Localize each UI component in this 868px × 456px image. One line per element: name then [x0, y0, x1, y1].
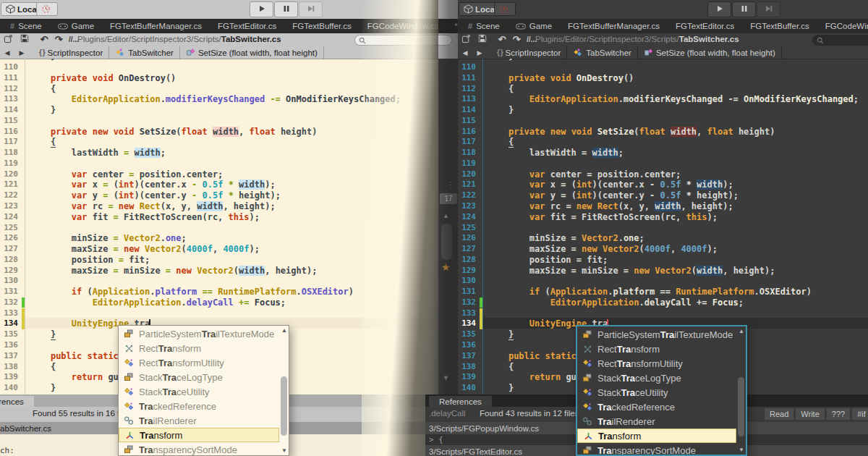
line-number: 137 [4, 351, 18, 362]
completion-label: RectTransformUtility [139, 358, 224, 368]
line-number: 137 [461, 351, 476, 362]
autocomplete-item[interactable]: RectTransform [119, 341, 279, 355]
code-segment: () [624, 73, 634, 83]
code-segment: int [119, 180, 135, 190]
line-number: 123 [4, 201, 18, 212]
code-segment: = [571, 212, 576, 222]
nav-back-button[interactable]: ◀ [458, 49, 472, 56]
tab-scene[interactable]: #Scene [2, 19, 50, 33]
pause-button[interactable] [274, 1, 298, 17]
nav-forward-button[interactable]: ▶ [14, 49, 29, 56]
filter-Write-button[interactable]: Write [796, 408, 824, 420]
undo-button[interactable]: ↶ [495, 34, 509, 45]
autocomplete-item[interactable]: RectTransformUtility [577, 356, 736, 371]
tab-fgtextbuffer-cs[interactable]: FGTextBuffer.cs [742, 19, 817, 33]
autocomplete-item[interactable]: Transform [119, 428, 279, 442]
autocomplete-item[interactable]: ParticleSystemTrailTextureMode [119, 326, 279, 341]
collab-button[interactable] [36, 2, 58, 16]
autocomplete-item[interactable]: ParticleSystemTrailTextureMode [577, 327, 736, 342]
nav-back-button[interactable]: ◀ [0, 49, 14, 56]
popup-scrollbar-thumb[interactable] [281, 376, 287, 436]
code-segment [592, 201, 597, 211]
autocomplete-popup: ParticleSystemTrailTextureModeRectTransf… [118, 325, 289, 456]
tab-fgtexteditor-cs[interactable]: FGTextEditor.cs [668, 19, 742, 33]
step-button[interactable] [299, 1, 323, 17]
tab-game[interactable]: Game [508, 19, 560, 33]
code-segment: fit [87, 212, 113, 222]
code-segment: lastWidth [488, 148, 582, 158]
popup-scrollbar-thumb[interactable] [738, 377, 744, 436]
tab-fgtextbuffer-cs[interactable]: FGTextBuffer.cs [284, 19, 359, 33]
popup-scroll-down-icon[interactable]: ▼ [739, 447, 744, 453]
step-button[interactable] [757, 1, 780, 17]
nav-forward-button[interactable]: ▶ [472, 49, 487, 56]
line-number: 135 [4, 329, 18, 340]
code-segment [545, 127, 550, 137]
redo-button[interactable]: ↷ [510, 34, 523, 45]
code-segment: } [509, 329, 514, 340]
tab-fgcodewindow-cs[interactable]: FGCodeWindow.cs [817, 19, 868, 33]
autocomplete-item[interactable]: TrailRenderer [577, 414, 736, 428]
popup-scroll-down-icon[interactable]: ▼ [281, 447, 287, 454]
code-segment: static [545, 351, 576, 361]
autocomplete-item[interactable]: TrackedReference [577, 400, 736, 414]
code-segment: Vector2 [582, 233, 618, 243]
code-segment [30, 318, 72, 329]
play-button[interactable] [250, 1, 273, 17]
references-tab[interactable]: References [0, 396, 34, 408]
filter-Read-button[interactable]: Read [765, 408, 793, 420]
collab-button[interactable] [494, 2, 516, 16]
tab-fgtextbuffermanager-cs[interactable]: FGTextBufferManager.cs [102, 19, 210, 33]
code-line: { [30, 362, 56, 373]
autocomplete-item[interactable]: RectTransformUtility [119, 355, 279, 370]
code-segment: width [671, 127, 697, 137]
popup-scrollbar[interactable]: ▲ ▼ [279, 326, 289, 455]
code-line: position = fit; [488, 255, 608, 266]
autocomplete-item[interactable]: RectTransform [577, 342, 736, 356]
filter-if-button[interactable]: #if [852, 408, 868, 420]
search-input[interactable] [812, 35, 868, 46]
popout-button[interactable] [459, 34, 472, 45]
code-segment: width [213, 127, 239, 137]
autocomplete-item[interactable]: Transform [577, 428, 736, 443]
code-segment: float [639, 127, 665, 137]
nav-class[interactable]: TabSwitcher [567, 46, 638, 59]
save-button[interactable] [476, 34, 489, 45]
nav-namespace[interactable]: { } ScriptInspector [491, 46, 567, 59]
tab-fgtexteditor-cs[interactable]: FGTextEditor.cs [210, 19, 284, 33]
autocomplete-item[interactable]: TransparencySortMode [119, 442, 279, 455]
line-number: 114 [4, 105, 18, 116]
code-segment: = [114, 212, 119, 222]
redo-button[interactable]: ↷ [52, 34, 65, 45]
autocomplete-item[interactable]: TransparencySortMode [577, 443, 736, 455]
nav-member[interactable]: SetSize (float width, float height) [180, 46, 324, 59]
popup-scrollbar[interactable]: ▲ ▼ [736, 326, 746, 455]
autocomplete-item[interactable]: StackTraceLogType [119, 370, 279, 384]
step-icon [307, 3, 315, 16]
tab-scene[interactable]: #Scene [460, 19, 508, 33]
tab-game[interactable]: Game [50, 19, 102, 33]
popup-scroll-up-icon[interactable]: ▲ [281, 327, 287, 334]
save-button[interactable] [18, 34, 31, 45]
autocomplete-item[interactable]: TrailRenderer [119, 413, 279, 428]
autocomplete-item[interactable]: StackTraceUtility [119, 384, 279, 399]
undo-button[interactable]: ↶ [38, 34, 51, 45]
play-button[interactable] [707, 1, 731, 17]
code-segment: position [488, 255, 576, 265]
nav-member[interactable]: SetSize (float width, float height) [638, 46, 782, 59]
references-tab[interactable]: References [429, 396, 492, 408]
code-segment: Focus [255, 297, 281, 308]
line-number: 115 [4, 116, 18, 127]
nav-namespace[interactable]: { } ScriptInspector [33, 46, 109, 59]
nav-class[interactable]: TabSwitcher [109, 46, 180, 59]
autocomplete-item[interactable]: StackTraceUtility [577, 385, 736, 400]
autocomplete-item[interactable]: StackTraceLogType [577, 371, 736, 385]
popup-scroll-up-icon[interactable]: ▲ [739, 328, 744, 334]
pause-button[interactable] [732, 1, 756, 17]
autocomplete-item[interactable]: TrackedReference [119, 399, 279, 413]
filter--button[interactable]: ??? [827, 408, 850, 420]
utility-icon [582, 388, 593, 397]
tab-fgtextbuffermanager-cs[interactable]: FGTextBufferManager.cs [560, 19, 668, 33]
completion-label: TrailRenderer [139, 415, 197, 426]
popout-button[interactable] [1, 34, 14, 45]
